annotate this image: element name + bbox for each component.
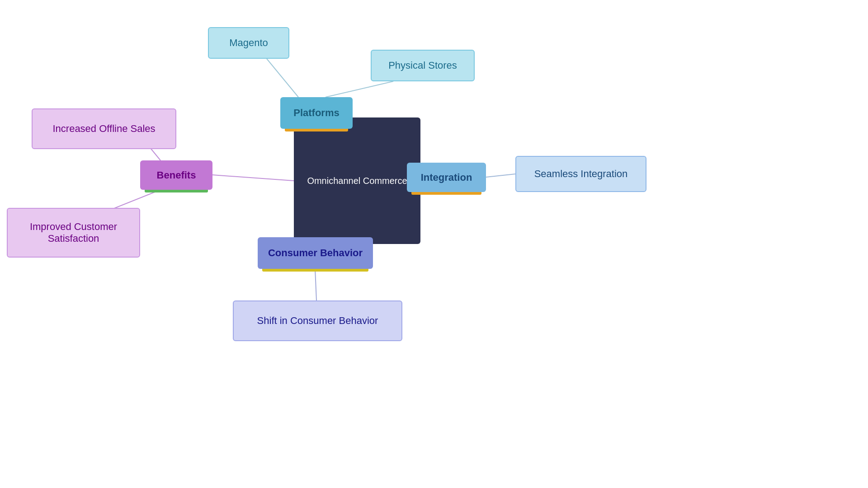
consumer-behavior-label: Consumer Behavior [268,247,363,259]
benefits-label: Benefits [157,169,196,181]
shift-consumer-behavior-label: Shift in Consumer Behavior [257,315,378,327]
improved-customer-satisfaction-label: Improved Customer Satisfaction [16,221,131,244]
seamless-integration-label: Seamless Integration [534,168,628,180]
magento-label: Magento [229,37,268,49]
increased-offline-sales-node[interactable]: Increased Offline Sales [32,108,176,149]
increased-offline-sales-label: Increased Offline Sales [52,123,155,135]
consumer-behavior-node[interactable]: Consumer Behavior [258,237,373,269]
svg-line-1 [267,59,298,97]
platforms-label: Platforms [293,107,339,119]
platforms-node[interactable]: Platforms [280,97,353,129]
magento-node[interactable]: Magento [208,27,289,59]
integration-label: Integration [421,172,472,183]
physical-stores-label: Physical Stores [388,60,457,71]
center-node: Omnichannel Commerce [294,117,420,244]
svg-line-3 [212,175,294,181]
svg-line-2 [326,81,393,97]
svg-line-9 [315,269,316,300]
svg-line-7 [486,174,515,177]
shift-consumer-behavior-node[interactable]: Shift in Consumer Behavior [233,300,402,341]
improved-customer-satisfaction-node[interactable]: Improved Customer Satisfaction [7,208,140,258]
integration-node[interactable]: Integration [407,163,486,192]
seamless-integration-node[interactable]: Seamless Integration [515,156,646,192]
benefits-node[interactable]: Benefits [140,160,212,190]
center-label: Omnichannel Commerce [307,176,407,186]
physical-stores-node[interactable]: Physical Stores [371,50,475,81]
